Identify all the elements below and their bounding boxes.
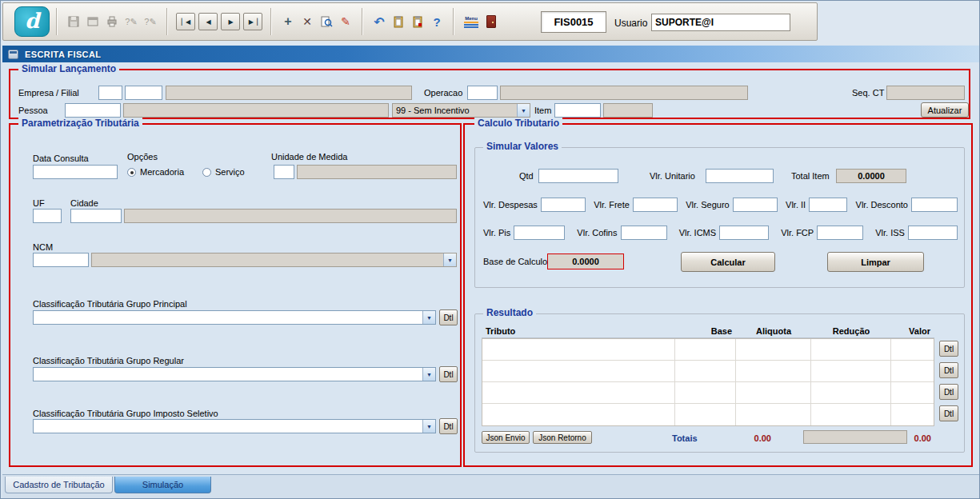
chevron-down-icon[interactable] (422, 311, 435, 324)
paste-icon[interactable] (389, 10, 408, 33)
vlr-unitario-input[interactable] (706, 169, 774, 183)
row-dtl-button[interactable]: Dtl (939, 362, 958, 378)
last-record-button[interactable]: ▶▕ (243, 13, 262, 30)
menu-icon[interactable]: Menu (461, 12, 482, 31)
vlr-cofins-input[interactable] (621, 226, 667, 240)
filial-input[interactable] (125, 86, 162, 100)
row-dtl-button[interactable]: Dtl (939, 384, 958, 400)
bottom-tab-strip: Cadastro de Tributação Simulação (2, 474, 979, 498)
vlr-pis-label: Vlr. Pis (483, 228, 510, 238)
chevron-down-icon[interactable] (422, 368, 435, 381)
table-row[interactable] (482, 382, 934, 404)
operacao-input[interactable] (467, 86, 498, 100)
tab-cadastro-tributacao[interactable]: Cadastro de Tributação (5, 477, 113, 493)
item-input[interactable] (554, 103, 601, 118)
grupo-principal-dtl-button[interactable]: Dtl (439, 309, 458, 325)
grupo-regular-combo[interactable] (33, 367, 436, 381)
form-icon (8, 50, 18, 59)
main-panel: Simular Lançamento Empresa / Filial Oper… (2, 62, 979, 474)
clipboard-special-icon[interactable] (408, 10, 427, 33)
cidade-input[interactable] (70, 209, 122, 223)
grupo-seletivo-dtl-button[interactable]: Dtl (439, 418, 458, 434)
total-item-field: 0.0000 (836, 169, 906, 183)
row-dtl-button[interactable]: Dtl (939, 405, 958, 421)
vlr-fcp-input[interactable] (817, 226, 863, 240)
wizard-icon[interactable]: ?✎ (141, 10, 160, 33)
vlr-pis-input[interactable] (514, 226, 565, 240)
window-icon[interactable] (83, 10, 102, 33)
view-query-icon[interactable] (317, 10, 336, 33)
seq-ct-field (886, 86, 965, 100)
first-record-button[interactable]: ▏◀ (176, 13, 195, 30)
grupo-seletivo-combo[interactable] (33, 419, 436, 433)
uf-input[interactable] (33, 209, 62, 223)
qtd-label: Qtd (519, 171, 534, 181)
unidade-medida-input[interactable] (274, 165, 294, 179)
vlr-icms-input[interactable] (719, 226, 769, 240)
exit-icon[interactable] (482, 10, 501, 33)
cidade-label: Cidade (70, 198, 98, 208)
window-titlebar: ESCRITA FISCAL (2, 46, 979, 62)
vlr-iss-input[interactable] (908, 226, 958, 240)
chevron-down-icon[interactable] (517, 104, 530, 117)
unidade-medida-label: Unidade de Medida (271, 152, 347, 162)
prev-record-icon: ◀ (206, 18, 210, 26)
vlr-desconto-input[interactable] (911, 198, 958, 212)
user-label: Usuario (614, 18, 647, 29)
incentivo-combo[interactable]: 99 - Sem Incentivo (392, 103, 530, 118)
top-strip: ?✎ ?✎ ▏◀ ◀ ▶ ▶▕ + ✕ ✎ ↶ ? Menu FIS (1, 1, 979, 45)
json-envio-button[interactable]: Json Envio (482, 431, 530, 444)
tab-simulacao[interactable]: Simulação (114, 477, 211, 493)
prev-record-button[interactable]: ◀ (198, 13, 218, 30)
uf-label: UF (33, 198, 45, 208)
resultado-table: Tributo Base Aliquota Redução Valor (482, 324, 934, 426)
undo-icon[interactable]: ↶ (370, 10, 389, 33)
data-consulta-label: Data Consulta (33, 154, 89, 163)
calcular-button[interactable]: Calcular (681, 252, 775, 272)
data-consulta-input[interactable] (33, 165, 118, 179)
table-row[interactable] (482, 404, 934, 425)
operacao-descricao-field (500, 86, 748, 100)
empresa-input[interactable] (98, 86, 122, 100)
atualizar-button[interactable]: Atualizar (921, 102, 969, 118)
ncm-label: NCM (33, 242, 53, 252)
vlr-seguro-input[interactable] (733, 198, 778, 212)
vlr-ii-input[interactable] (809, 198, 847, 212)
simular-lancamento-fieldset: Simular Lançamento Empresa / Filial Oper… (9, 69, 970, 119)
json-retorno-button[interactable]: Json Retorno (533, 431, 592, 444)
vlr-desconto-label: Vlr. Desconto (856, 200, 908, 210)
ncm-input[interactable] (33, 253, 89, 267)
row-dtl-button[interactable]: Dtl (939, 341, 958, 357)
add-icon[interactable]: + (278, 10, 298, 33)
operacao-label: Operacao (424, 88, 462, 98)
save-icon[interactable] (64, 10, 83, 33)
qtd-input[interactable] (538, 169, 618, 183)
grupo-regular-dtl-button[interactable]: Dtl (439, 366, 458, 382)
ncm-combo[interactable] (91, 253, 457, 267)
toolbar-separator (453, 8, 454, 35)
user-input[interactable] (651, 14, 790, 31)
limpar-button[interactable]: Limpar (827, 252, 924, 272)
radio-servico[interactable]: Serviço (202, 167, 245, 177)
print-icon[interactable] (102, 10, 122, 33)
base-calculo-field: 0.0000 (547, 253, 624, 269)
radio-mercadoria[interactable]: Mercadoria (127, 167, 184, 177)
grupo-principal-combo[interactable] (33, 310, 436, 325)
chevron-down-icon[interactable] (422, 420, 435, 433)
vlr-ii-label: Vlr. II (786, 200, 806, 210)
table-row[interactable] (482, 339, 934, 361)
delete-icon[interactable]: ✕ (298, 10, 317, 33)
vlr-despesas-input[interactable] (541, 198, 586, 212)
pessoa-input[interactable] (65, 103, 121, 118)
next-record-button[interactable]: ▶ (221, 13, 240, 30)
totais-valor-value: 0.00 (879, 433, 931, 443)
grupo-regular-label: Classificação Tributária Grupo Regular (33, 356, 184, 365)
help-icon[interactable]: ? (427, 10, 446, 33)
edit-icon[interactable]: ✎ (336, 10, 355, 33)
verify-icon[interactable]: ?✎ (122, 10, 141, 33)
vlr-frete-input[interactable] (633, 198, 678, 212)
chevron-down-icon[interactable] (443, 253, 456, 266)
simular-valores-legend: Simular Valores (483, 141, 562, 152)
table-row[interactable] (482, 361, 934, 382)
window-title: ESCRITA FISCAL (25, 50, 101, 59)
